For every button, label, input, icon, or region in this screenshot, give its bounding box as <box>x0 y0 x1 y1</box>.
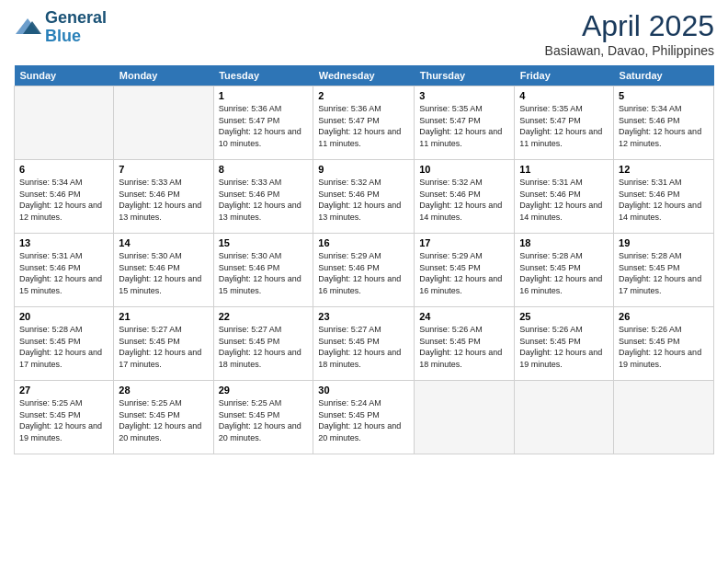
day-info: Sunrise: 5:32 AM Sunset: 5:46 PM Dayligh… <box>318 177 409 223</box>
day-number: 18 <box>519 237 609 248</box>
calendar-cell: 21Sunrise: 5:27 AM Sunset: 5:45 PM Dayli… <box>114 307 213 381</box>
day-info: Sunrise: 5:33 AM Sunset: 5:46 PM Dayligh… <box>119 177 208 223</box>
day-info: Sunrise: 5:30 AM Sunset: 5:46 PM Dayligh… <box>219 250 309 296</box>
calendar-cell: 30Sunrise: 5:24 AM Sunset: 5:45 PM Dayli… <box>313 381 415 454</box>
calendar-week-row: 20Sunrise: 5:28 AM Sunset: 5:45 PM Dayli… <box>15 307 714 381</box>
day-number: 17 <box>419 237 509 248</box>
day-number: 13 <box>19 237 108 248</box>
calendar-cell: 20Sunrise: 5:28 AM Sunset: 5:45 PM Dayli… <box>15 307 114 381</box>
location: Basiawan, Davao, Philippines <box>545 43 714 58</box>
calendar-cell <box>15 86 114 160</box>
day-info: Sunrise: 5:35 AM Sunset: 5:47 PM Dayligh… <box>419 103 509 149</box>
calendar-cell: 28Sunrise: 5:25 AM Sunset: 5:45 PM Dayli… <box>114 381 213 454</box>
weekday-header: Thursday <box>415 65 515 86</box>
weekday-header: Wednesday <box>313 65 415 86</box>
day-info: Sunrise: 5:36 AM Sunset: 5:47 PM Dayligh… <box>318 103 409 149</box>
page: General Blue April 2025 Basiawan, Davao,… <box>0 0 728 563</box>
calendar-cell: 10Sunrise: 5:32 AM Sunset: 5:46 PM Dayli… <box>415 160 515 234</box>
day-info: Sunrise: 5:27 AM Sunset: 5:45 PM Dayligh… <box>318 324 409 370</box>
calendar-cell: 3Sunrise: 5:35 AM Sunset: 5:47 PM Daylig… <box>415 86 515 160</box>
day-number: 19 <box>619 237 709 248</box>
month-title: April 2025 <box>545 9 714 43</box>
day-number: 24 <box>419 311 509 322</box>
day-info: Sunrise: 5:25 AM Sunset: 5:45 PM Dayligh… <box>19 397 108 443</box>
day-number: 21 <box>119 311 208 322</box>
day-number: 28 <box>119 385 208 396</box>
day-number: 5 <box>619 90 709 101</box>
day-number: 7 <box>119 164 208 175</box>
day-info: Sunrise: 5:29 AM Sunset: 5:45 PM Dayligh… <box>419 250 509 296</box>
calendar-cell: 11Sunrise: 5:31 AM Sunset: 5:46 PM Dayli… <box>515 160 614 234</box>
day-number: 4 <box>519 90 609 101</box>
day-number: 22 <box>219 311 309 322</box>
day-number: 9 <box>318 164 409 175</box>
day-info: Sunrise: 5:26 AM Sunset: 5:45 PM Dayligh… <box>519 324 609 370</box>
day-info: Sunrise: 5:36 AM Sunset: 5:47 PM Dayligh… <box>219 103 309 149</box>
calendar-cell: 16Sunrise: 5:29 AM Sunset: 5:46 PM Dayli… <box>313 234 415 307</box>
day-number: 11 <box>519 164 609 175</box>
weekday-header: Saturday <box>614 65 714 86</box>
calendar-cell: 24Sunrise: 5:26 AM Sunset: 5:45 PM Dayli… <box>415 307 515 381</box>
day-info: Sunrise: 5:33 AM Sunset: 5:46 PM Dayligh… <box>219 177 309 223</box>
day-info: Sunrise: 5:32 AM Sunset: 5:46 PM Dayligh… <box>419 177 509 223</box>
day-info: Sunrise: 5:27 AM Sunset: 5:45 PM Dayligh… <box>219 324 309 370</box>
calendar-cell: 23Sunrise: 5:27 AM Sunset: 5:45 PM Dayli… <box>313 307 415 381</box>
calendar-cell: 2Sunrise: 5:36 AM Sunset: 5:47 PM Daylig… <box>313 86 415 160</box>
day-info: Sunrise: 5:25 AM Sunset: 5:45 PM Dayligh… <box>219 397 309 443</box>
day-info: Sunrise: 5:26 AM Sunset: 5:45 PM Dayligh… <box>419 324 509 370</box>
calendar-table: SundayMondayTuesdayWednesdayThursdayFrid… <box>14 65 714 454</box>
calendar-cell: 29Sunrise: 5:25 AM Sunset: 5:45 PM Dayli… <box>213 381 313 454</box>
calendar-cell: 18Sunrise: 5:28 AM Sunset: 5:45 PM Dayli… <box>515 234 614 307</box>
calendar-cell <box>614 381 714 454</box>
day-info: Sunrise: 5:28 AM Sunset: 5:45 PM Dayligh… <box>519 250 609 296</box>
calendar-cell: 22Sunrise: 5:27 AM Sunset: 5:45 PM Dayli… <box>213 307 313 381</box>
day-info: Sunrise: 5:26 AM Sunset: 5:45 PM Dayligh… <box>619 324 709 370</box>
day-number: 30 <box>318 385 409 396</box>
calendar-header-row: SundayMondayTuesdayWednesdayThursdayFrid… <box>15 65 714 86</box>
calendar-week-row: 6Sunrise: 5:34 AM Sunset: 5:46 PM Daylig… <box>15 160 714 234</box>
logo-text: General Blue <box>45 9 107 46</box>
day-info: Sunrise: 5:35 AM Sunset: 5:47 PM Dayligh… <box>519 103 609 149</box>
calendar-cell: 17Sunrise: 5:29 AM Sunset: 5:45 PM Dayli… <box>415 234 515 307</box>
day-info: Sunrise: 5:25 AM Sunset: 5:45 PM Dayligh… <box>119 397 208 443</box>
day-info: Sunrise: 5:30 AM Sunset: 5:46 PM Dayligh… <box>119 250 208 296</box>
calendar-cell: 1Sunrise: 5:36 AM Sunset: 5:47 PM Daylig… <box>213 86 313 160</box>
day-info: Sunrise: 5:31 AM Sunset: 5:46 PM Dayligh… <box>619 177 709 223</box>
day-info: Sunrise: 5:34 AM Sunset: 5:46 PM Dayligh… <box>619 103 709 149</box>
calendar-cell <box>114 86 213 160</box>
day-info: Sunrise: 5:24 AM Sunset: 5:45 PM Dayligh… <box>318 397 409 443</box>
weekday-header: Friday <box>515 65 614 86</box>
day-number: 15 <box>219 237 309 248</box>
day-number: 8 <box>219 164 309 175</box>
calendar-cell <box>415 381 515 454</box>
day-number: 12 <box>619 164 709 175</box>
calendar-cell: 4Sunrise: 5:35 AM Sunset: 5:47 PM Daylig… <box>515 86 614 160</box>
day-number: 1 <box>219 90 309 101</box>
day-number: 6 <box>19 164 108 175</box>
calendar-cell <box>515 381 614 454</box>
calendar-cell: 15Sunrise: 5:30 AM Sunset: 5:46 PM Dayli… <box>213 234 313 307</box>
weekday-header: Sunday <box>15 65 114 86</box>
calendar-cell: 13Sunrise: 5:31 AM Sunset: 5:46 PM Dayli… <box>15 234 114 307</box>
calendar-week-row: 1Sunrise: 5:36 AM Sunset: 5:47 PM Daylig… <box>15 86 714 160</box>
calendar-week-row: 13Sunrise: 5:31 AM Sunset: 5:46 PM Dayli… <box>15 234 714 307</box>
calendar-cell: 26Sunrise: 5:26 AM Sunset: 5:45 PM Dayli… <box>614 307 714 381</box>
logo-line1: General <box>45 9 107 28</box>
day-number: 27 <box>19 385 108 396</box>
day-info: Sunrise: 5:27 AM Sunset: 5:45 PM Dayligh… <box>119 324 208 370</box>
calendar-cell: 8Sunrise: 5:33 AM Sunset: 5:46 PM Daylig… <box>213 160 313 234</box>
day-info: Sunrise: 5:28 AM Sunset: 5:45 PM Dayligh… <box>19 324 108 370</box>
day-info: Sunrise: 5:31 AM Sunset: 5:46 PM Dayligh… <box>519 177 609 223</box>
day-number: 14 <box>119 237 208 248</box>
calendar-cell: 12Sunrise: 5:31 AM Sunset: 5:46 PM Dayli… <box>614 160 714 234</box>
calendar-cell: 9Sunrise: 5:32 AM Sunset: 5:46 PM Daylig… <box>313 160 415 234</box>
day-number: 3 <box>419 90 509 101</box>
day-number: 29 <box>219 385 309 396</box>
header: General Blue April 2025 Basiawan, Davao,… <box>14 9 714 58</box>
day-info: Sunrise: 5:29 AM Sunset: 5:46 PM Dayligh… <box>318 250 409 296</box>
title-block: April 2025 Basiawan, Davao, Philippines <box>545 9 714 58</box>
calendar-cell: 5Sunrise: 5:34 AM Sunset: 5:46 PM Daylig… <box>614 86 714 160</box>
calendar-cell: 27Sunrise: 5:25 AM Sunset: 5:45 PM Dayli… <box>15 381 114 454</box>
logo-line2: Blue <box>45 28 107 46</box>
calendar-cell: 25Sunrise: 5:26 AM Sunset: 5:45 PM Dayli… <box>515 307 614 381</box>
